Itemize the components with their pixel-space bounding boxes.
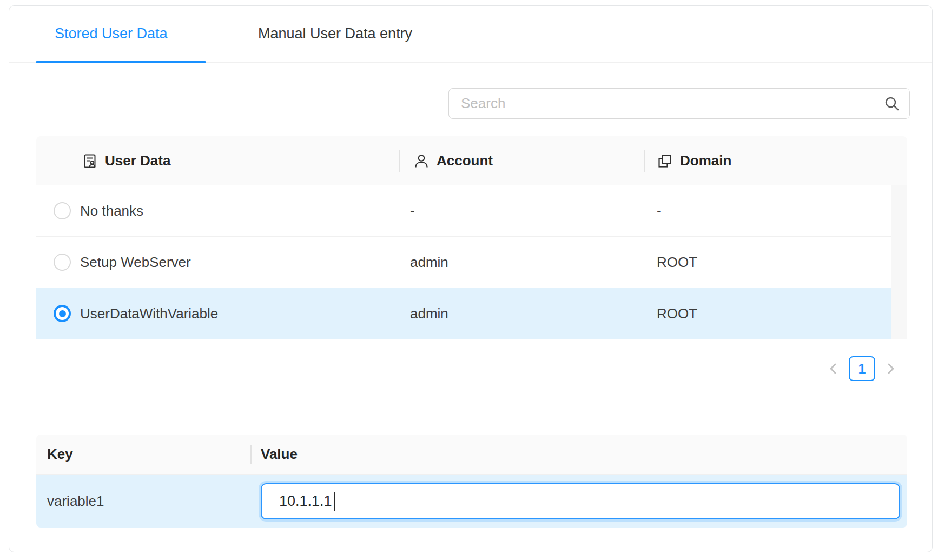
column-divider <box>399 150 400 172</box>
table-body: No thanks - - Setup WebServer admin ROOT… <box>36 185 907 339</box>
tab-bar: Stored User Data Manual User Data entry <box>9 6 932 63</box>
panel-card: Stored User Data Manual User Data entry <box>9 5 933 552</box>
cell-user-data: UserDataWithVariable <box>80 305 399 322</box>
key-value-row: variable1 10.1.1.1 <box>36 475 907 528</box>
pagination-page-1[interactable]: 1 <box>849 356 875 381</box>
pagination-prev-button[interactable] <box>825 356 841 381</box>
stored-user-data-table: User Data Account Domain <box>36 136 907 339</box>
column-label-account: Account <box>437 152 493 169</box>
key-value-header: Key Value <box>36 435 907 475</box>
cell-account: admin <box>399 305 644 322</box>
active-tab-indicator <box>36 61 206 63</box>
variable-key-label: variable1 <box>36 493 250 510</box>
user-icon <box>413 153 430 169</box>
radio-unchecked-icon[interactable] <box>54 254 71 271</box>
column-header-domain: Domain <box>644 152 907 169</box>
table-row-userdatawithvariable[interactable]: UserDataWithVariable admin ROOT <box>36 288 891 339</box>
radio-checked-icon[interactable] <box>54 305 71 322</box>
variable-value-input[interactable]: 10.1.1.1 <box>261 483 900 519</box>
chevron-right-icon <box>885 361 897 377</box>
cell-account: - <box>399 203 644 219</box>
cell-domain: - <box>644 203 662 219</box>
column-header-user-data: User Data <box>36 152 399 169</box>
variable-value-text: 10.1.1.1 <box>279 493 332 510</box>
search-icon <box>883 95 901 113</box>
search-button[interactable] <box>874 89 909 118</box>
pagination-next-button[interactable] <box>883 356 899 381</box>
column-header-key: Key <box>36 446 250 463</box>
cell-user-data: No thanks <box>80 203 399 219</box>
text-cursor <box>334 492 335 511</box>
solution-icon <box>82 153 98 169</box>
table-scrollbar-track[interactable] <box>891 185 907 339</box>
key-value-table: Key Value variable1 10.1.1.1 <box>36 435 907 528</box>
search-box <box>448 88 910 119</box>
tab-stored-user-data[interactable]: Stored User Data <box>55 6 168 61</box>
table-row-setup-webserver[interactable]: Setup WebServer admin ROOT <box>36 237 891 288</box>
column-header-value: Value <box>250 446 298 463</box>
column-label-domain: Domain <box>680 152 731 169</box>
block-icon <box>657 153 673 169</box>
tab-manual-user-data-entry[interactable]: Manual User Data entry <box>258 6 412 61</box>
search-input[interactable] <box>449 89 874 118</box>
pagination: 1 <box>825 351 899 386</box>
cell-domain: ROOT <box>644 254 697 271</box>
table-row-no-thanks[interactable]: No thanks - - <box>36 185 891 237</box>
chevron-left-icon <box>827 361 839 377</box>
cell-account: admin <box>399 254 644 271</box>
table-header: User Data Account Domain <box>36 136 907 185</box>
column-header-account: Account <box>399 152 644 169</box>
column-divider <box>644 150 645 172</box>
cell-domain: ROOT <box>644 305 697 322</box>
radio-unchecked-icon[interactable] <box>54 202 71 219</box>
column-divider <box>250 445 252 464</box>
column-label-user-data: User Data <box>105 152 170 169</box>
cell-user-data: Setup WebServer <box>80 254 399 271</box>
